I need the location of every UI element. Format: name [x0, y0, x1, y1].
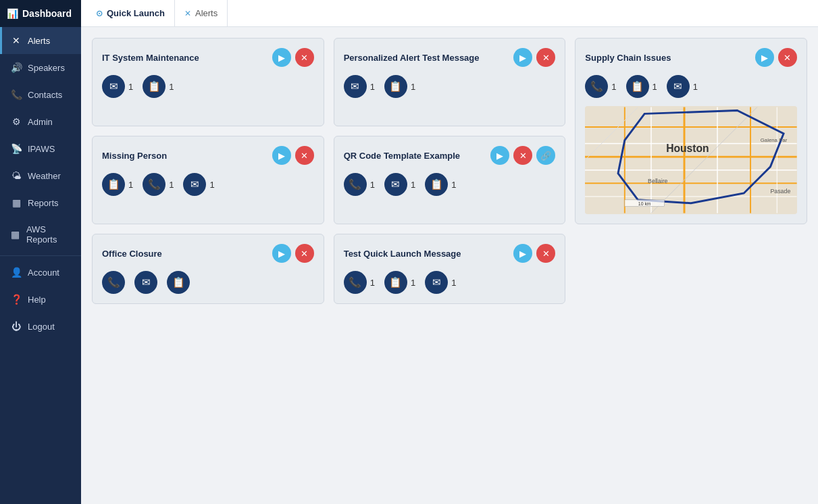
card-personalized-close-button[interactable]: ✕: [536, 48, 555, 67]
card-test-quick-launch-play-button[interactable]: ▶: [513, 244, 532, 263]
office-closure-email-icon: ✉: [134, 271, 157, 294]
card-it-system-close-button[interactable]: ✕: [295, 48, 314, 67]
svg-text:Galena Par: Galena Par: [761, 137, 788, 143]
supply-chain-email-count: 1: [693, 82, 698, 92]
sidebar-account-label: Account: [28, 268, 59, 278]
sidebar-item-aws-reports[interactable]: ▦ AWS Reports: [0, 216, 81, 253]
card-qr-code-play-button[interactable]: ▶: [490, 146, 509, 165]
card-supply-chain-icons: 📞 1 📋 1 ✉ 1: [585, 75, 797, 98]
personalized-email-icon: ✉: [344, 75, 367, 98]
alerts-tab-icon: ✕: [184, 9, 191, 18]
test-quick-launch-clipboard-count: 1: [411, 278, 415, 288]
missing-person-phone-badge: 📞 1: [143, 173, 174, 196]
missing-person-email-icon: ✉: [183, 173, 206, 196]
card-qr-code-icons: 📞 1 ✉ 1 📋 1: [344, 173, 556, 196]
sidebar-item-reports[interactable]: ▦ Reports: [0, 189, 81, 216]
card-supply-chain-title: Supply Chain Issues: [585, 53, 755, 63]
sidebar-item-speakers[interactable]: 🔊 Speakers: [0, 54, 81, 81]
test-quick-launch-phone-icon: 📞: [344, 271, 367, 294]
card-supply-chain-close-button[interactable]: ✕: [778, 48, 797, 67]
card-missing-person-close-button[interactable]: ✕: [295, 146, 314, 165]
sidebar-item-ipaws[interactable]: 📡 IPAWS: [0, 135, 81, 162]
supply-chain-email-icon: ✉: [667, 75, 690, 98]
tab-alerts[interactable]: ✕ Alerts: [175, 0, 228, 26]
alerts-tab-label: Alerts: [195, 8, 218, 18]
card-missing-person-header: Missing Person ▶ ✕: [102, 146, 314, 165]
card-office-closure-play-button[interactable]: ▶: [272, 244, 291, 263]
sidebar-ipaws-label: IPAWS: [28, 144, 55, 154]
sidebar: 📊 Dashboard ✕ Alerts 🔊 Speakers 📞 Contac…: [0, 0, 81, 504]
sidebar-item-admin[interactable]: ⚙ Admin: [0, 108, 81, 135]
sidebar-item-alerts[interactable]: ✕ Alerts: [0, 27, 81, 54]
supply-chain-phone-badge: 📞 1: [585, 75, 616, 98]
card-it-system-header: IT System Maintenance ▶ ✕: [102, 48, 314, 67]
card-personalized-play-button[interactable]: ▶: [513, 48, 532, 67]
sidebar-reports-label: Reports: [28, 198, 59, 208]
dashboard-nav-item[interactable]: 📊 Dashboard: [0, 0, 81, 27]
sidebar-contacts-label: Contacts: [28, 90, 62, 100]
card-office-closure-actions: ▶ ✕: [272, 244, 314, 263]
card-it-system-icons: ✉ 1 📋 1: [102, 75, 314, 98]
card-qr-code-header: QR Code Template Example ▶ ✕ 🔗: [344, 146, 556, 165]
it-system-email-count: 1: [128, 82, 133, 92]
qr-code-clipboard-count: 1: [451, 180, 456, 190]
personalized-email-badge: ✉ 1: [344, 75, 375, 98]
office-closure-phone-badge: 📞: [102, 271, 125, 294]
ipaws-icon: 📡: [10, 143, 22, 154]
missing-person-clipboard-icon: 📋: [102, 173, 125, 196]
card-missing-person-play-button[interactable]: ▶: [272, 146, 291, 165]
svg-text:Bellaire: Bellaire: [648, 178, 667, 184]
card-it-system: IT System Maintenance ▶ ✕ ✉ 1 📋 1: [92, 38, 324, 126]
card-qr-code-close-button[interactable]: ✕: [513, 146, 532, 165]
card-test-quick-launch-close-button[interactable]: ✕: [536, 244, 555, 263]
sidebar-item-help[interactable]: ❓ Help: [0, 286, 81, 313]
card-office-closure-close-button[interactable]: ✕: [295, 244, 314, 263]
qr-code-email-badge: ✉ 1: [384, 173, 415, 196]
admin-icon: ⚙: [10, 116, 22, 127]
card-office-closure-icons: 📞 ✉ 📋: [102, 271, 314, 294]
weather-icon: 🌤: [10, 170, 22, 181]
it-system-email-icon: ✉: [102, 75, 125, 98]
sidebar-item-contacts[interactable]: 📞 Contacts: [0, 81, 81, 108]
card-personalized-icons: ✉ 1 📋 1: [344, 75, 556, 98]
sidebar-help-label: Help: [28, 295, 46, 305]
test-quick-launch-phone-badge: 📞 1: [344, 271, 375, 294]
tab-quick-launch[interactable]: ⊙ Quick Launch: [86, 0, 175, 26]
supply-chain-email-badge: ✉ 1: [667, 75, 698, 98]
it-system-clipboard-count: 1: [169, 82, 174, 92]
card-supply-chain: Supply Chain Issues ▶ ✕ 📞 1 📋 1: [575, 38, 807, 224]
it-system-email-badge: ✉ 1: [102, 75, 133, 98]
sidebar-aws-reports-label: AWS Reports: [26, 224, 73, 245]
it-system-clipboard-badge: 📋 1: [143, 75, 174, 98]
sidebar-item-logout[interactable]: ⏻ Logout: [0, 313, 81, 340]
quick-launch-tab-icon: ⊙: [96, 9, 103, 18]
card-qr-code-link-button[interactable]: 🔗: [536, 146, 555, 165]
personalized-email-count: 1: [370, 82, 375, 92]
qr-code-phone-badge: 📞 1: [344, 173, 375, 196]
svg-text:Pasade: Pasade: [771, 188, 791, 195]
sidebar-logout-label: Logout: [28, 322, 55, 332]
missing-person-email-badge: ✉ 1: [183, 173, 214, 196]
dashboard-label: Dashboard: [22, 8, 72, 19]
sidebar-speakers-label: Speakers: [28, 63, 65, 73]
sidebar-item-account[interactable]: 👤 Account: [0, 259, 81, 286]
aws-reports-icon: ▦: [10, 229, 21, 240]
card-personalized-header: Personalized Alert Test Message ▶ ✕: [344, 48, 556, 67]
reports-icon: ▦: [10, 197, 22, 208]
test-quick-launch-clipboard-icon: 📋: [384, 271, 407, 294]
supply-chain-phone-count: 1: [611, 82, 616, 92]
cards-grid: IT System Maintenance ▶ ✕ ✉ 1 📋 1: [92, 38, 807, 304]
card-supply-chain-play-button[interactable]: ▶: [755, 48, 774, 67]
office-closure-email-badge: ✉: [134, 271, 157, 294]
card-office-closure-header: Office Closure ▶ ✕: [102, 244, 314, 263]
qr-code-phone-icon: 📞: [344, 173, 367, 196]
supply-chain-clipboard-count: 1: [653, 82, 657, 92]
sidebar-item-weather[interactable]: 🌤 Weather: [0, 162, 81, 189]
card-missing-person-title: Missing Person: [102, 151, 272, 161]
card-it-system-play-button[interactable]: ▶: [272, 48, 291, 67]
missing-person-email-count: 1: [209, 180, 214, 190]
tab-bar: ⊙ Quick Launch ✕ Alerts: [81, 0, 818, 27]
card-missing-person: Missing Person ▶ ✕ 📋 1 📞 1: [92, 136, 324, 224]
contacts-icon: 📞: [10, 89, 22, 100]
card-office-closure: Office Closure ▶ ✕ 📞 ✉ 📋: [92, 234, 324, 304]
